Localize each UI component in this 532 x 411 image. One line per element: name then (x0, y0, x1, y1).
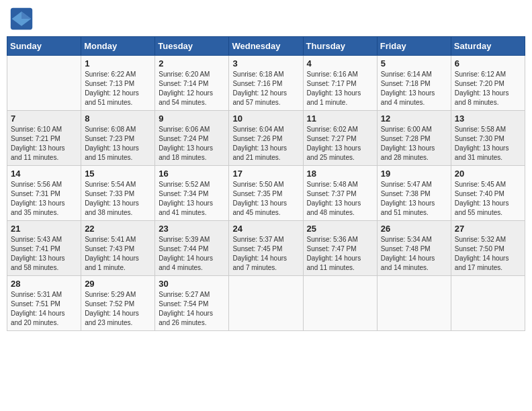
calendar-cell (451, 276, 525, 331)
calendar-cell: 1Sunrise: 6:22 AM Sunset: 7:13 PM Daylig… (81, 56, 155, 111)
day-number: 20 (455, 169, 521, 179)
calendar-week-row: 1Sunrise: 6:22 AM Sunset: 7:13 PM Daylig… (7, 56, 525, 111)
day-info: Sunrise: 6:02 AM Sunset: 7:27 PM Dayligh… (307, 125, 373, 163)
day-number: 6 (455, 58, 521, 68)
day-number: 24 (232, 224, 299, 234)
day-number: 23 (159, 224, 225, 234)
day-number: 1 (85, 58, 151, 68)
calendar-week-row: 21Sunrise: 5:43 AM Sunset: 7:41 PM Dayli… (7, 221, 525, 276)
calendar-cell: 27Sunrise: 5:32 AM Sunset: 7:50 PM Dayli… (451, 221, 525, 276)
day-info: Sunrise: 6:20 AM Sunset: 7:14 PM Dayligh… (159, 70, 225, 107)
calendar-cell (303, 276, 377, 331)
day-info: Sunrise: 6:16 AM Sunset: 7:17 PM Dayligh… (307, 70, 373, 107)
calendar-week-row: 14Sunrise: 5:56 AM Sunset: 7:31 PM Dayli… (7, 166, 525, 221)
day-info: Sunrise: 5:29 AM Sunset: 7:52 PM Dayligh… (85, 290, 151, 328)
day-number: 11 (307, 113, 373, 124)
column-header-wednesday: Wednesday (229, 37, 303, 56)
calendar-cell: 26Sunrise: 5:34 AM Sunset: 7:48 PM Dayli… (377, 221, 451, 276)
day-info: Sunrise: 5:45 AM Sunset: 7:40 PM Dayligh… (455, 180, 521, 218)
column-header-friday: Friday (377, 37, 451, 56)
day-info: Sunrise: 5:41 AM Sunset: 7:43 PM Dayligh… (85, 235, 151, 273)
day-number: 30 (159, 279, 225, 289)
day-number: 16 (159, 169, 225, 179)
day-number: 21 (11, 224, 77, 234)
calendar-cell: 28Sunrise: 5:31 AM Sunset: 7:51 PM Dayli… (7, 276, 81, 331)
calendar-cell: 22Sunrise: 5:41 AM Sunset: 7:43 PM Dayli… (81, 221, 155, 276)
calendar-cell: 21Sunrise: 5:43 AM Sunset: 7:41 PM Dayli… (7, 221, 81, 276)
calendar-cell: 2Sunrise: 6:20 AM Sunset: 7:14 PM Daylig… (155, 56, 229, 111)
column-header-saturday: Saturday (451, 37, 525, 56)
calendar-cell: 8Sunrise: 6:08 AM Sunset: 7:23 PM Daylig… (81, 111, 155, 166)
calendar-table: SundayMondayTuesdayWednesdayThursdayFrid… (7, 36, 525, 331)
page-header (7, 7, 525, 31)
day-info: Sunrise: 6:08 AM Sunset: 7:23 PM Dayligh… (85, 125, 151, 163)
calendar-cell: 30Sunrise: 5:27 AM Sunset: 7:54 PM Dayli… (155, 276, 229, 331)
column-header-thursday: Thursday (303, 37, 377, 56)
calendar-cell: 11Sunrise: 6:02 AM Sunset: 7:27 PM Dayli… (303, 111, 377, 166)
day-info: Sunrise: 6:06 AM Sunset: 7:24 PM Dayligh… (159, 125, 225, 163)
day-number: 8 (85, 113, 151, 124)
column-header-monday: Monday (81, 37, 155, 56)
day-number: 15 (85, 169, 151, 179)
logo (9, 7, 36, 31)
calendar-cell: 7Sunrise: 6:10 AM Sunset: 7:21 PM Daylig… (7, 111, 81, 166)
calendar-cell: 5Sunrise: 6:14 AM Sunset: 7:18 PM Daylig… (377, 56, 451, 111)
day-number: 2 (159, 58, 225, 68)
calendar-cell: 14Sunrise: 5:56 AM Sunset: 7:31 PM Dayli… (7, 166, 81, 221)
calendar-cell (229, 276, 303, 331)
day-info: Sunrise: 6:04 AM Sunset: 7:26 PM Dayligh… (232, 125, 299, 163)
calendar-week-row: 7Sunrise: 6:10 AM Sunset: 7:21 PM Daylig… (7, 111, 525, 166)
day-number: 3 (232, 58, 299, 68)
calendar-cell: 10Sunrise: 6:04 AM Sunset: 7:26 PM Dayli… (229, 111, 303, 166)
day-info: Sunrise: 5:58 AM Sunset: 7:30 PM Dayligh… (455, 125, 521, 163)
day-info: Sunrise: 5:31 AM Sunset: 7:51 PM Dayligh… (11, 290, 77, 328)
day-number: 25 (307, 224, 373, 234)
calendar-cell: 13Sunrise: 5:58 AM Sunset: 7:30 PM Dayli… (451, 111, 525, 166)
day-info: Sunrise: 6:12 AM Sunset: 7:20 PM Dayligh… (455, 70, 521, 107)
calendar-cell: 16Sunrise: 5:52 AM Sunset: 7:34 PM Dayli… (155, 166, 229, 221)
calendar-cell: 4Sunrise: 6:16 AM Sunset: 7:17 PM Daylig… (303, 56, 377, 111)
day-info: Sunrise: 5:34 AM Sunset: 7:48 PM Dayligh… (381, 235, 447, 273)
calendar-cell: 20Sunrise: 5:45 AM Sunset: 7:40 PM Dayli… (451, 166, 525, 221)
day-info: Sunrise: 5:56 AM Sunset: 7:31 PM Dayligh… (11, 180, 77, 218)
day-info: Sunrise: 5:48 AM Sunset: 7:37 PM Dayligh… (307, 180, 373, 218)
calendar-cell: 9Sunrise: 6:06 AM Sunset: 7:24 PM Daylig… (155, 111, 229, 166)
day-info: Sunrise: 5:52 AM Sunset: 7:34 PM Dayligh… (159, 180, 225, 218)
day-number: 19 (381, 169, 447, 179)
day-info: Sunrise: 6:18 AM Sunset: 7:16 PM Dayligh… (232, 70, 299, 107)
calendar-cell: 18Sunrise: 5:48 AM Sunset: 7:37 PM Dayli… (303, 166, 377, 221)
day-info: Sunrise: 5:36 AM Sunset: 7:47 PM Dayligh… (307, 235, 373, 273)
day-number: 17 (232, 169, 299, 179)
day-info: Sunrise: 6:00 AM Sunset: 7:28 PM Dayligh… (381, 125, 447, 163)
day-number: 26 (381, 224, 447, 234)
day-info: Sunrise: 5:39 AM Sunset: 7:44 PM Dayligh… (159, 235, 225, 273)
day-info: Sunrise: 5:47 AM Sunset: 7:38 PM Dayligh… (381, 180, 447, 218)
calendar-cell: 24Sunrise: 5:37 AM Sunset: 7:45 PM Dayli… (229, 221, 303, 276)
calendar-cell: 19Sunrise: 5:47 AM Sunset: 7:38 PM Dayli… (377, 166, 451, 221)
day-info: Sunrise: 6:14 AM Sunset: 7:18 PM Dayligh… (381, 70, 447, 107)
column-header-tuesday: Tuesday (155, 37, 229, 56)
day-info: Sunrise: 6:22 AM Sunset: 7:13 PM Dayligh… (85, 70, 151, 107)
column-header-sunday: Sunday (7, 37, 81, 56)
day-number: 10 (232, 113, 299, 124)
day-number: 13 (455, 113, 521, 124)
calendar-cell: 17Sunrise: 5:50 AM Sunset: 7:35 PM Dayli… (229, 166, 303, 221)
calendar-cell: 25Sunrise: 5:36 AM Sunset: 7:47 PM Dayli… (303, 221, 377, 276)
day-number: 9 (159, 113, 225, 124)
day-info: Sunrise: 5:43 AM Sunset: 7:41 PM Dayligh… (11, 235, 77, 273)
day-number: 4 (307, 58, 373, 68)
day-number: 22 (85, 224, 151, 234)
calendar-cell: 29Sunrise: 5:29 AM Sunset: 7:52 PM Dayli… (81, 276, 155, 331)
day-info: Sunrise: 5:37 AM Sunset: 7:45 PM Dayligh… (232, 235, 299, 273)
day-info: Sunrise: 5:27 AM Sunset: 7:54 PM Dayligh… (159, 290, 225, 328)
day-number: 14 (11, 169, 77, 179)
day-info: Sunrise: 5:50 AM Sunset: 7:35 PM Dayligh… (232, 180, 299, 218)
day-number: 7 (11, 113, 77, 124)
day-info: Sunrise: 5:54 AM Sunset: 7:33 PM Dayligh… (85, 180, 151, 218)
calendar-cell: 12Sunrise: 6:00 AM Sunset: 7:28 PM Dayli… (377, 111, 451, 166)
calendar-cell: 6Sunrise: 6:12 AM Sunset: 7:20 PM Daylig… (451, 56, 525, 111)
day-number: 28 (11, 279, 77, 289)
logo-icon (9, 7, 34, 31)
calendar-cell (377, 276, 451, 331)
day-number: 12 (381, 113, 447, 124)
